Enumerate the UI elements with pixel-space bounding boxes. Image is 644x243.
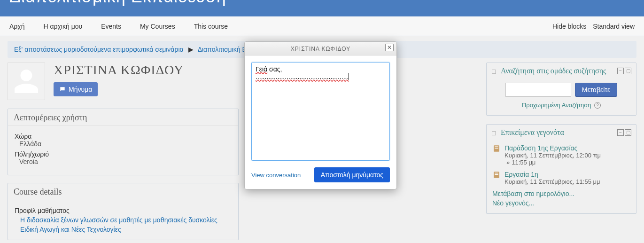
assignment-icon	[492, 171, 501, 179]
event-1-date: Κυριακή, 11 Σεπτέμβριος, 12:00 πμ »11:55…	[504, 152, 601, 166]
svg-rect-2	[495, 148, 498, 149]
profile-name: ΧΡΙΣΤΙΝΑ ΚΩΦΙΔΟΥ	[54, 63, 184, 78]
site-banner: Διαπολιτισμική Εκπαίδευση	[0, 0, 644, 16]
site-title: Διαπολιτισμική Εκπαίδευση	[9, 0, 635, 7]
city-value: Veroia	[19, 158, 232, 165]
breadcrumb-sep-icon: ▶	[188, 46, 194, 53]
dialog-header[interactable]: ΧΡΙΣΤΙΝΑ ΚΩΦΙΔΟΥ ✕	[245, 42, 396, 55]
country-value: Ελλάδα	[19, 140, 232, 148]
block-icon: ◻	[491, 129, 498, 136]
svg-rect-5	[495, 174, 498, 175]
breadcrumb-link-2[interactable]: Διαπολιτισμική Εκ	[198, 46, 250, 53]
event-1-link[interactable]: Παράδοση 1ης Εργασίας	[504, 144, 577, 152]
user-silhouette-icon	[12, 67, 40, 95]
new-event-link[interactable]: Νέο γεγονός...	[492, 199, 630, 207]
upcoming-events-block: ◻ Επικείμενα γεγονότα − ▢ Παράδοση 1ης Ε…	[486, 124, 636, 214]
goto-calendar-link[interactable]: Μετάβαση στο ημερολόγιο...	[492, 190, 630, 197]
main-nav: Αρχή Η αρχική μου Events My Courses This…	[0, 16, 644, 36]
nav-events[interactable]: Events	[101, 23, 121, 30]
nav-myhome[interactable]: Η αρχική μου	[43, 23, 82, 30]
search-block-title[interactable]: Αναζήτηση στις ομάδες συζήτησης	[501, 67, 606, 75]
breadcrumb-link-1[interactable]: Εξ' αποστάσεως μοριοδοτούμενα επιμορφωτι…	[14, 46, 184, 53]
nav-home[interactable]: Αρχή	[9, 23, 24, 30]
user-details-panel: Λεπτομέρειες χρήστη Χώρα Ελλάδα Πόλη/χωρ…	[8, 109, 239, 175]
course-profiles-label: Προφίλ μαθήματος	[15, 207, 232, 214]
message-button-label: Μήνυμα	[69, 86, 92, 93]
dialog-title: ΧΡΙΣΤΙΝΑ ΚΩΦΙΔΟΥ	[291, 46, 350, 52]
advanced-search-link[interactable]: Προχωρημένη Αναζήτηση	[522, 102, 591, 109]
search-go-button[interactable]: Μεταβείτε	[575, 83, 618, 97]
course-details-title: Course details	[8, 183, 238, 200]
arrow-icon: »	[506, 159, 510, 166]
avatar	[8, 63, 45, 100]
country-label: Χώρα	[15, 133, 232, 140]
events-block-title[interactable]: Επικείμενα γεγονότα	[501, 128, 564, 136]
nav-thiscourse[interactable]: This course	[194, 23, 228, 30]
dock-icon[interactable]: ▢	[625, 129, 631, 136]
city-label: Πόλη/χωριό	[15, 150, 232, 158]
course-details-panel: Course details Προφίλ μαθήματος Η διδασκ…	[8, 183, 239, 240]
view-conversation-link[interactable]: View conversation	[251, 172, 301, 179]
svg-rect-1	[495, 147, 498, 148]
message-textarea[interactable]: Γειά σας,...............................…	[251, 62, 390, 161]
search-forums-block: ◻ Αναζήτηση στις ομάδες συζήτησης − ▢ Με…	[486, 63, 636, 116]
collapse-icon[interactable]: −	[617, 68, 624, 74]
event-2-date: Κυριακή, 11 Σεπτέμβριος, 11:55 μμ	[504, 178, 600, 185]
message-dialog: ΧΡΙΣΤΙΝΑ ΚΩΦΙΔΟΥ ✕ Γειά σας,............…	[244, 41, 397, 189]
nav-hide-blocks[interactable]: Hide blocks	[552, 23, 586, 30]
svg-rect-4	[495, 173, 498, 174]
collapse-icon[interactable]: −	[617, 129, 624, 136]
user-details-title: Λεπτομέρειες χρήστη	[8, 109, 238, 126]
help-icon[interactable]: ?	[594, 102, 601, 109]
forum-search-input[interactable]	[505, 83, 571, 97]
message-button[interactable]: Μήνυμα	[54, 82, 98, 96]
block-icon: ◻	[491, 68, 498, 75]
course-link-2[interactable]: Ειδική Αγωγή και Νέες Τεχνολογίες	[20, 226, 232, 233]
dock-icon[interactable]: ▢	[625, 68, 631, 74]
course-link-1[interactable]: Η διδασκαλία ξένων γλωσσών σε μαθητές με…	[20, 216, 232, 224]
nav-standard-view[interactable]: Standard view	[593, 23, 635, 30]
nav-mycourses[interactable]: My Courses	[140, 23, 175, 30]
speech-bubble-icon	[59, 86, 66, 93]
dialog-close-button[interactable]: ✕	[385, 44, 394, 51]
send-message-button[interactable]: Αποστολή μηνύματος	[314, 167, 390, 182]
event-2-link[interactable]: Εργασία 1η	[504, 171, 538, 178]
close-icon: ✕	[387, 44, 392, 51]
assignment-icon	[492, 144, 501, 153]
